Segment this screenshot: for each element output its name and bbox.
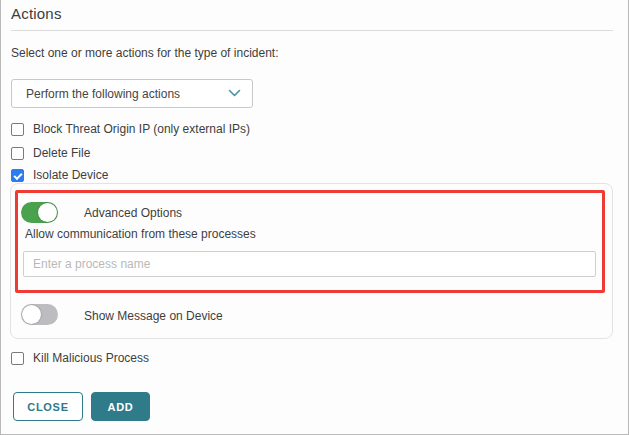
advanced-options-label: Advanced Options — [84, 206, 182, 220]
process-name-input[interactable] — [23, 251, 596, 277]
show-message-label: Show Message on Device — [84, 309, 223, 323]
chevron-down-icon — [228, 89, 241, 98]
checkbox-row: Isolate Device — [11, 167, 108, 183]
show-message-toggle[interactable] — [21, 304, 58, 325]
checkbox-label: Delete File — [33, 146, 90, 160]
close-button[interactable]: CLOSE — [13, 392, 83, 421]
title-divider — [11, 30, 613, 31]
advanced-options-toggle[interactable] — [21, 202, 58, 223]
kill-malicious-process-checkbox[interactable] — [11, 352, 24, 365]
checkbox-label: Isolate Device — [33, 168, 108, 182]
delete-file-checkbox[interactable] — [11, 147, 24, 160]
isolate-device-checkbox[interactable] — [11, 169, 24, 182]
block-threat-origin-ip-checkbox[interactable] — [11, 123, 24, 136]
checkbox-row: Kill Malicious Process — [11, 350, 149, 366]
actions-panel: Actions Select one or more actions for t… — [0, 0, 629, 435]
checkbox-row: Delete File — [11, 145, 90, 161]
checkbox-label: Block Threat Origin IP (only external IP… — [33, 122, 250, 136]
checkbox-row: Block Threat Origin IP (only external IP… — [11, 121, 250, 137]
actions-type-dropdown[interactable]: Perform the following actions — [11, 79, 253, 108]
page-title: Actions — [11, 5, 62, 22]
checkbox-label: Kill Malicious Process — [33, 351, 149, 365]
toggle-knob — [38, 203, 57, 222]
allow-communication-label: Allow communication from these processes — [25, 227, 256, 241]
toggle-knob — [22, 305, 41, 324]
incident-instruction-label: Select one or more actions for the type … — [11, 46, 278, 60]
add-button[interactable]: ADD — [91, 392, 150, 421]
dropdown-selected-value: Perform the following actions — [26, 87, 180, 101]
